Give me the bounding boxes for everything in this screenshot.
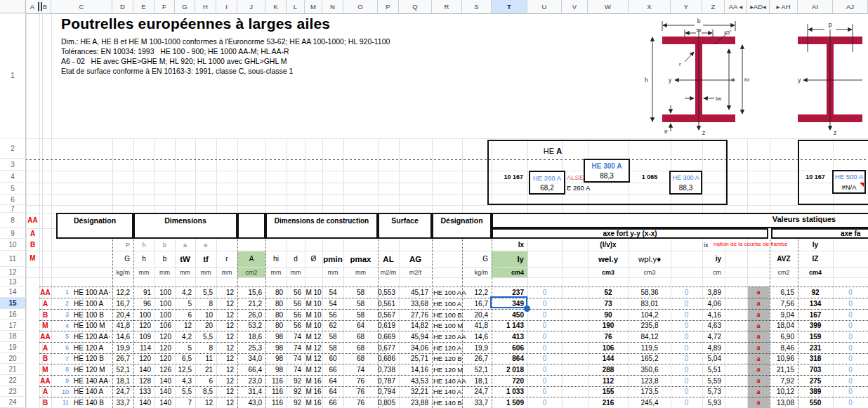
cell-pmax[interactable]: 58 bbox=[343, 298, 378, 309]
cell-iyr[interactable]: 3,89 bbox=[702, 287, 725, 298]
cell-h[interactable]: 120 bbox=[133, 320, 154, 331]
column-label-AI[interactable]: ly bbox=[798, 239, 833, 251]
column-header-F[interactable]: F bbox=[154, 0, 175, 13]
cell-curve[interactable]: a bbox=[747, 287, 770, 298]
cell-z3[interactable]: 0 bbox=[833, 287, 868, 298]
cell-g[interactable]: 19,9 bbox=[112, 342, 133, 353]
cell-r[interactable]: 12 bbox=[216, 364, 237, 375]
column-label-S[interactable]: kg/m bbox=[462, 267, 492, 277]
cell-hi[interactable]: 80 bbox=[265, 287, 287, 298]
cell-letter[interactable]: A bbox=[39, 386, 51, 397]
cell-tf[interactable]: 8 bbox=[195, 342, 216, 353]
cell-al[interactable]: 0,738 bbox=[378, 364, 399, 375]
cell-hi[interactable]: 80 bbox=[265, 298, 287, 309]
column-header-C[interactable]: C bbox=[51, 0, 112, 13]
cell-al[interactable]: 0,686 bbox=[378, 353, 399, 364]
cell-hi[interactable]: 98 bbox=[265, 353, 287, 364]
cell-g2[interactable]: 24,7 bbox=[462, 386, 492, 397]
column-header-E[interactable]: E bbox=[133, 0, 154, 13]
cell-z3[interactable]: 0 bbox=[833, 342, 868, 353]
column-label-K[interactable]: mm bbox=[265, 267, 287, 277]
row-header-7[interactable]: 7 bbox=[0, 205, 26, 213]
cell-g[interactable]: 24,7 bbox=[112, 386, 133, 397]
cell-tw[interactable]: 5,5 bbox=[175, 386, 195, 397]
cell-b[interactable]: 100 bbox=[154, 287, 175, 298]
cell-h[interactable]: 128 bbox=[133, 375, 154, 386]
cell-z1[interactable]: 0 bbox=[527, 364, 562, 375]
cell-ag[interactable]: 32,21 bbox=[399, 386, 432, 397]
cell-dia[interactable]: M 10 bbox=[305, 320, 322, 331]
cell-curve[interactable]: a bbox=[747, 375, 770, 386]
cell-name2[interactable]: HE 100 A bbox=[432, 298, 462, 309]
cell-wely[interactable]: 144 bbox=[588, 353, 629, 364]
cell-wply[interactable]: 165,2 bbox=[629, 353, 671, 364]
cell-wely[interactable]: 112 bbox=[588, 375, 629, 386]
cell-d[interactable]: 74 bbox=[287, 331, 305, 342]
cell-z1[interactable]: 0 bbox=[527, 375, 562, 386]
cell-tf[interactable]: 5,5 bbox=[195, 287, 216, 298]
cell-z2[interactable]: 0 bbox=[671, 375, 702, 386]
cell-iz[interactable]: 92 bbox=[798, 287, 833, 298]
cell-name2[interactable]: HE 120 B bbox=[432, 353, 462, 364]
cell-z2[interactable]: 0 bbox=[671, 309, 702, 320]
cell-dia[interactable]: M 12 bbox=[305, 364, 322, 375]
cell-letter[interactable]: A bbox=[39, 298, 51, 309]
column-label-E[interactable]: h bbox=[133, 251, 154, 267]
cell-g2[interactable]: 12,2 bbox=[462, 287, 492, 298]
row-header-23[interactable]: 23 bbox=[0, 386, 26, 397]
cell-dia[interactable]: M 10 bbox=[305, 309, 322, 320]
cell-iz[interactable]: 275 bbox=[798, 375, 833, 386]
cell-iy[interactable]: 1 509 bbox=[492, 397, 527, 408]
cell-pmax[interactable]: 64 bbox=[343, 320, 378, 331]
row-header-10[interactable]: 10 bbox=[0, 239, 26, 251]
cell-b[interactable]: 140 bbox=[154, 375, 175, 386]
profile-selector-1[interactable]: HE 260 A 68,2 bbox=[529, 171, 565, 195]
cell-r[interactable]: 12 bbox=[216, 287, 237, 298]
cell-tf[interactable]: 6 bbox=[195, 375, 216, 386]
cell-dia[interactable]: M 12 bbox=[305, 353, 322, 364]
cell-iyr[interactable]: 5,93 bbox=[702, 397, 725, 408]
column-label-O[interactable]: mm bbox=[343, 267, 378, 277]
cell-letter[interactable]: B bbox=[39, 353, 51, 364]
cell-name2[interactable]: HE 120 AA bbox=[432, 331, 462, 342]
cell-r[interactable]: 12 bbox=[216, 309, 237, 320]
cell-pmax[interactable]: 68 bbox=[343, 342, 378, 353]
cell-hi[interactable]: 98 bbox=[265, 331, 287, 342]
cell-d[interactable]: 92 bbox=[287, 386, 305, 397]
cell-letter[interactable]: M bbox=[39, 320, 51, 331]
cell-name2[interactable]: HE 140 A bbox=[432, 386, 462, 397]
cell-z2[interactable]: 0 bbox=[671, 364, 702, 375]
column-header-L[interactable]: L bbox=[287, 0, 305, 13]
cell-d[interactable]: 56 bbox=[287, 309, 305, 320]
cell-avz[interactable]: 6,15 bbox=[770, 287, 798, 298]
cell-g2[interactable]: 18,1 bbox=[462, 375, 492, 386]
cell-iyr[interactable]: 4,89 bbox=[702, 342, 725, 353]
cell-z3[interactable]: 0 bbox=[833, 375, 868, 386]
cell-name2[interactable]: HE 100 B bbox=[432, 309, 462, 320]
column-label-L[interactable]: d bbox=[287, 251, 305, 267]
cell-r[interactable]: 12 bbox=[216, 353, 237, 364]
cell-h[interactable]: 96 bbox=[133, 298, 154, 309]
cell-name[interactable]: 11HE 140 B bbox=[51, 397, 112, 408]
column-label-D[interactable]: P bbox=[112, 239, 133, 251]
cell-iy[interactable]: 720 bbox=[492, 375, 527, 386]
cell-iyr[interactable]: 4,72 bbox=[702, 331, 725, 342]
column-header-R[interactable]: R bbox=[432, 0, 462, 13]
cell-avz[interactable]: 21,15 bbox=[770, 364, 798, 375]
column-label-D[interactable]: G bbox=[112, 251, 133, 267]
cell-name2[interactable]: HE 100 M bbox=[432, 320, 462, 331]
column-header-AI[interactable]: AI bbox=[798, 0, 833, 13]
cell-r[interactable]: 12 bbox=[216, 386, 237, 397]
cell-curve[interactable]: a bbox=[747, 298, 770, 309]
cell-z1[interactable]: 0 bbox=[527, 386, 562, 397]
cell-d[interactable]: 56 bbox=[287, 320, 305, 331]
cell-a[interactable]: 31,4 bbox=[237, 386, 265, 397]
cell-al[interactable]: 0,787 bbox=[378, 375, 399, 386]
cell-h[interactable]: 114 bbox=[133, 342, 154, 353]
cell-ag[interactable]: 14,82 bbox=[399, 320, 432, 331]
cell-g[interactable]: 33,7 bbox=[112, 397, 133, 408]
column-header-AH[interactable]: ▸ AH bbox=[770, 0, 798, 13]
cell-g[interactable]: 18,1 bbox=[112, 375, 133, 386]
column-label-H[interactable]: mm bbox=[195, 267, 216, 277]
column-label-T[interactable]: Ix bbox=[492, 239, 527, 251]
